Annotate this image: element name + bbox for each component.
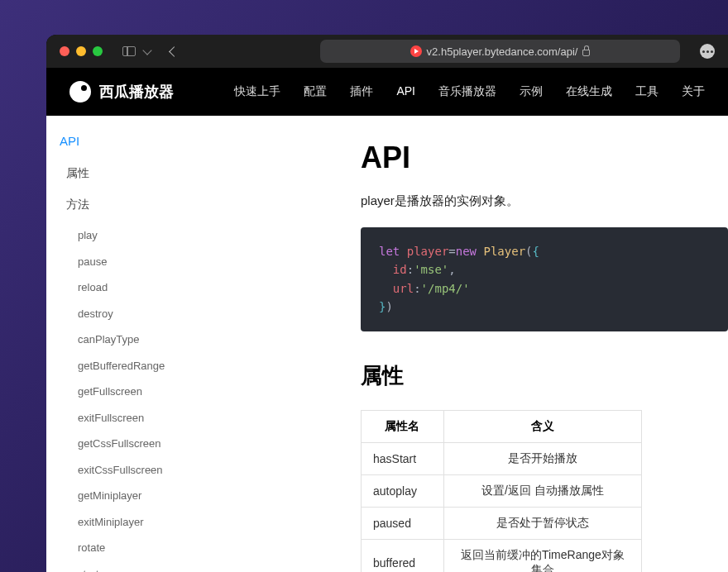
more-icon[interactable] bbox=[700, 44, 715, 59]
sidebar-item[interactable]: destroy bbox=[55, 301, 212, 327]
url-bar[interactable]: v2.h5player.bytedance.com/api/ bbox=[320, 40, 680, 63]
brand-name: 西瓜播放器 bbox=[99, 82, 174, 102]
table-cell: buffered bbox=[362, 539, 444, 572]
nav-item[interactable]: 配置 bbox=[304, 78, 327, 106]
nav-item[interactable]: 工具 bbox=[635, 78, 659, 106]
table-row: autoplay设置/返回 自动播放属性 bbox=[362, 474, 642, 507]
nav-item[interactable]: 插件 bbox=[350, 78, 373, 106]
nav-item[interactable]: 音乐播放器 bbox=[438, 78, 496, 106]
browser-window: v2.h5player.bytedance.com/api/ 西瓜播放器 快速上… bbox=[46, 35, 728, 572]
sidebar-item[interactable]: getBufferedRange bbox=[55, 353, 212, 379]
table-header: 属性名 bbox=[362, 410, 444, 442]
table-cell: 设置/返回 自动播放属性 bbox=[443, 474, 641, 507]
code-keyword: new bbox=[456, 245, 477, 258]
nav-items: 快速上手配置插件API音乐播放器示例在线生成工具关于 bbox=[234, 78, 705, 106]
page-description: player是播放器的实例对象。 bbox=[361, 193, 728, 209]
table-row: buffered返回当前缓冲的TimeRange对象集合 bbox=[362, 539, 642, 572]
code-string: '/mp4/' bbox=[421, 282, 470, 295]
maximize-window-button[interactable] bbox=[93, 46, 103, 56]
close-window-button[interactable] bbox=[60, 46, 69, 56]
traffic-lights bbox=[60, 46, 103, 56]
logo[interactable]: 西瓜播放器 bbox=[69, 81, 174, 102]
chevron-down-icon[interactable] bbox=[142, 45, 151, 55]
table-cell: paused bbox=[362, 507, 444, 539]
sidebar-item[interactable]: pause bbox=[55, 249, 212, 275]
table-cell: autoplay bbox=[362, 474, 444, 507]
property-table: 属性名 含义 hasStart是否开始播放autoplay设置/返回 自动播放属… bbox=[361, 410, 642, 572]
table-cell: 返回当前缓冲的TimeRange对象集合 bbox=[443, 539, 641, 572]
sidebar-item[interactable]: getFullscreen bbox=[55, 379, 212, 405]
code-keyword: let bbox=[379, 245, 400, 258]
code-key: url bbox=[393, 282, 414, 295]
sidebar-title[interactable]: API bbox=[55, 131, 212, 151]
table-cell: 是否开始播放 bbox=[443, 442, 641, 474]
back-button-icon[interactable] bbox=[169, 46, 180, 57]
sidebar-item[interactable]: exitCssFullscreen bbox=[55, 457, 212, 484]
page-title: API bbox=[361, 141, 728, 175]
titlebar-controls bbox=[122, 46, 178, 56]
sidebar-item[interactable]: exitFullscreen bbox=[55, 405, 212, 431]
nav-item[interactable]: API bbox=[396, 78, 415, 106]
nav-item[interactable]: 关于 bbox=[682, 78, 705, 106]
url-text: v2.h5player.bytedance.com/api/ bbox=[427, 45, 578, 58]
nav-item[interactable]: 在线生成 bbox=[566, 78, 612, 106]
table-header: 含义 bbox=[443, 410, 641, 442]
section-title: 属性 bbox=[361, 361, 728, 390]
code-key: id bbox=[393, 263, 407, 276]
content-area: API 属性方法playpausereloaddestroycanPlayTyp… bbox=[46, 116, 728, 572]
sidebar-item[interactable]: play bbox=[55, 222, 212, 249]
table-row: paused是否处于暂停状态 bbox=[362, 507, 642, 539]
nav-item[interactable]: 示例 bbox=[520, 78, 543, 106]
code-var: player bbox=[407, 245, 449, 258]
code-class: Player bbox=[483, 245, 525, 258]
nav-item[interactable]: 快速上手 bbox=[234, 78, 280, 106]
sidebar-section[interactable]: 属性 bbox=[55, 160, 212, 188]
sidebar-item[interactable]: start bbox=[55, 561, 212, 573]
lock-icon bbox=[582, 50, 590, 56]
table-cell: 是否处于暂停状态 bbox=[443, 507, 641, 539]
code-block: let player=new Player({ id:'mse', url:'/… bbox=[361, 227, 728, 331]
sidebar-item[interactable]: exitMiniplayer bbox=[55, 509, 212, 536]
sidebar-item[interactable]: rotate bbox=[55, 535, 212, 561]
main-content: API player是播放器的实例对象。 let player=new Play… bbox=[220, 116, 728, 572]
sidebar-item[interactable]: reload bbox=[55, 274, 212, 301]
sidebar-item[interactable]: canPlayType bbox=[55, 327, 212, 353]
sidebar-item[interactable]: getCssFullscreen bbox=[55, 431, 212, 457]
logo-icon bbox=[69, 81, 91, 102]
sidebar-toggle-icon[interactable] bbox=[122, 46, 136, 56]
top-nav: 西瓜播放器 快速上手配置插件API音乐播放器示例在线生成工具关于 bbox=[46, 68, 728, 116]
minimize-window-button[interactable] bbox=[76, 46, 86, 56]
site-badge-icon bbox=[410, 45, 422, 57]
table-header-row: 属性名 含义 bbox=[362, 410, 642, 442]
titlebar: v2.h5player.bytedance.com/api/ bbox=[46, 35, 728, 68]
sidebar-section[interactable]: 方法 bbox=[55, 191, 212, 219]
table-row: hasStart是否开始播放 bbox=[362, 442, 642, 474]
code-string: 'mse' bbox=[414, 263, 448, 276]
table-cell: hasStart bbox=[362, 442, 444, 474]
sidebar-item[interactable]: getMiniplayer bbox=[55, 483, 212, 509]
sidebar: API 属性方法playpausereloaddestroycanPlayTyp… bbox=[46, 116, 220, 572]
